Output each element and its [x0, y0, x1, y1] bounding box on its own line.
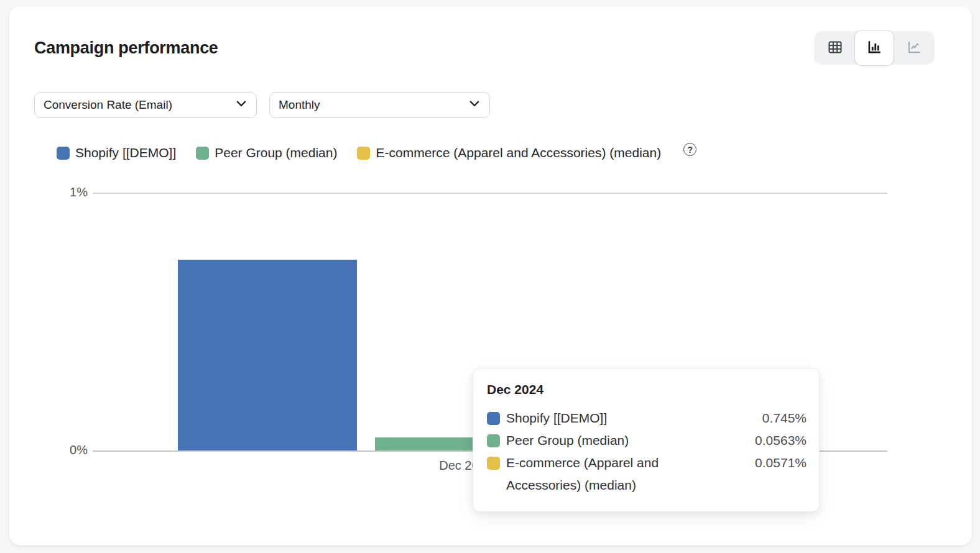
tooltip-row-label: Peer Group (median) — [506, 429, 711, 452]
tooltip-row-value: 0.745% — [762, 407, 807, 429]
bar-shopify[interactable] — [178, 260, 357, 452]
metric-select[interactable]: Conversion Rate (Email) — [34, 92, 257, 118]
legend-swatch — [196, 147, 209, 160]
tooltip-row: E-commerce (Apparel and Accessories) (me… — [486, 452, 807, 496]
tooltip-row: Peer Group (median) 0.0563% — [486, 429, 807, 452]
bar-chart-view-button[interactable] — [854, 30, 894, 66]
legend-item-ecommerce: E-commerce (Apparel and Accessories) (me… — [357, 145, 661, 160]
legend-label: Peer Group (median) — [215, 145, 337, 160]
tooltip-row: Shopify [[DEMO]] 0.745% — [486, 407, 807, 429]
metric-select-value: Conversion Rate (Email) — [44, 98, 172, 112]
page-title: Campaign performance — [34, 39, 218, 58]
legend-item-peer-group: Peer Group (median) — [196, 145, 337, 160]
tooltip-row-value: 0.0571% — [755, 452, 807, 474]
line-chart-view-button[interactable] — [894, 32, 933, 63]
chevron-down-icon — [236, 98, 247, 112]
granularity-select[interactable]: Monthly — [269, 92, 490, 118]
bar-chart-icon — [866, 39, 882, 57]
chart-view-toggle — [814, 31, 935, 65]
tooltip-row-label: E-commerce (Apparel and Accessories) (me… — [506, 452, 711, 496]
legend-label: Shopify [[DEMO]] — [75, 145, 176, 160]
tooltip-title: Dec 2024 — [487, 382, 805, 397]
chevron-down-icon — [469, 98, 480, 112]
gridline-1pct — [93, 193, 887, 194]
tooltip-swatch — [487, 434, 500, 447]
granularity-select-value: Monthly — [279, 98, 320, 112]
tooltip-row-label: Shopify [[DEMO]] — [506, 407, 711, 429]
y-axis-tick-0pct: 0% — [9, 443, 88, 457]
table-icon — [827, 39, 843, 57]
chart-tooltip: Dec 2024 Shopify [[DEMO]] 0.745% Peer Gr… — [473, 368, 820, 512]
legend-item-shopify: Shopify [[DEMO]] — [57, 145, 176, 160]
tooltip-row-value: 0.0563% — [755, 429, 807, 452]
y-axis-tick-1pct: 1% — [9, 185, 88, 199]
chart-legend: Shopify [[DEMO]] Peer Group (median) E-c… — [57, 145, 696, 160]
help-circle-icon[interactable]: ? — [683, 143, 696, 156]
legend-swatch — [357, 147, 370, 160]
tooltip-swatch — [487, 457, 500, 470]
table-view-button[interactable] — [815, 32, 854, 63]
campaign-performance-card: Campaign performance — [9, 6, 972, 546]
tooltip-swatch — [487, 412, 500, 425]
line-chart-icon — [906, 39, 922, 57]
legend-swatch — [57, 147, 70, 160]
legend-label: E-commerce (Apparel and Accessories) (me… — [376, 145, 661, 160]
